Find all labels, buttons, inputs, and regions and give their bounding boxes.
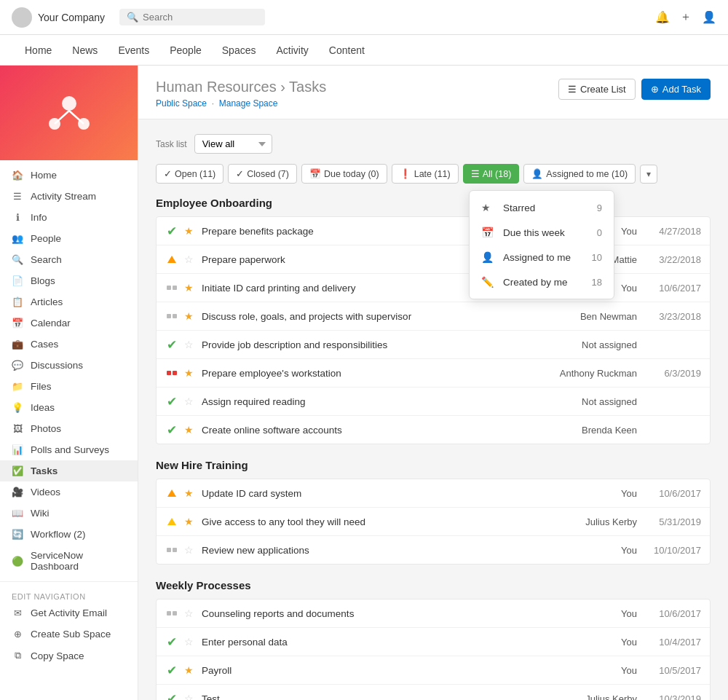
nav-activity[interactable]: Activity: [266, 35, 318, 66]
notifications-icon[interactable]: 🔔: [655, 10, 670, 24]
sidebar-item-videos[interactable]: 🎥 Videos: [0, 481, 138, 503]
email-icon: ✉: [12, 607, 23, 618]
sidebar-item-polls[interactable]: 📊 Polls and Surveys: [0, 439, 138, 460]
dropdown-assigned-me[interactable]: 👤 Assigned to me 10: [470, 245, 614, 270]
sidebar-item-wiki[interactable]: 📖 Wiki: [0, 503, 138, 524]
dropdown-created-me[interactable]: ✏️ Created by me 18: [470, 270, 614, 294]
sidebar-item-photos[interactable]: 🖼 Photos: [0, 418, 138, 439]
sidebar-item-servicenow[interactable]: 🟢 ServiceNow Dashboard: [0, 545, 138, 577]
star-icon[interactable]: ☆: [184, 636, 196, 648]
star-icon[interactable]: ★: [184, 282, 196, 294]
ideas-icon: 💡: [12, 402, 23, 413]
sidebar-item-get-activity-email[interactable]: ✉ Get Activity Email: [0, 602, 138, 624]
star-icon[interactable]: ★: [184, 664, 196, 676]
nav-events[interactable]: Events: [108, 35, 159, 66]
star-icon[interactable]: ☆: [184, 396, 196, 407]
nav-home[interactable]: Home: [15, 35, 62, 66]
sidebar-item-calendar[interactable]: 📅 Calendar: [0, 312, 138, 334]
star-icon[interactable]: ☆: [184, 253, 196, 265]
star-icon[interactable]: ☆: [184, 544, 196, 556]
add-icon[interactable]: ＋: [680, 9, 692, 25]
search-input[interactable]: [143, 12, 245, 23]
articles-icon: 📋: [12, 296, 23, 307]
sidebar-item-people[interactable]: 👥 People: [0, 228, 138, 249]
sidebar-label-home: Home: [31, 170, 57, 181]
task-date: 10/4/2017: [643, 637, 701, 648]
star-icon[interactable]: ★: [184, 424, 196, 436]
sidebar-item-ideas[interactable]: 💡 Ideas: [0, 397, 138, 418]
sidebar-item-workflow[interactable]: 🔄 Workflow (2): [0, 524, 138, 545]
sidebar-label-tasks: Tasks: [31, 465, 58, 476]
status-green-check: ✔: [165, 635, 178, 648]
sidebar-label-videos: Videos: [31, 487, 60, 498]
top-bar-right: 🔔 ＋ 👤: [655, 9, 716, 25]
task-date: 3/22/2018: [643, 254, 701, 265]
public-space-link[interactable]: Public Space: [156, 98, 207, 109]
sidebar-item-home[interactable]: 🏠 Home: [0, 165, 138, 186]
sidebar-label-ideas: Ideas: [31, 402, 55, 413]
dropdown-starred-label: Starred: [503, 202, 535, 213]
filter-late[interactable]: ❗ Late (11): [392, 164, 459, 184]
star-icon[interactable]: ☆: [184, 339, 196, 350]
open-check-icon: ✓: [164, 168, 172, 179]
filter-closed-label: Closed (7): [247, 169, 289, 179]
star-icon[interactable]: ★: [184, 367, 196, 379]
photos-icon: 🖼: [12, 423, 23, 434]
sidebar-item-files[interactable]: 📁 Files: [0, 376, 138, 397]
task-row: ✔ ☆ Enter personal data You 10/4/2017: [157, 628, 710, 656]
sidebar-label-workflow: Workflow (2): [31, 529, 86, 540]
filter-all[interactable]: ☰ All (18): [463, 164, 520, 184]
add-task-button[interactable]: ⊕ Add Task: [641, 79, 711, 100]
filter-dropdown-btn[interactable]: ▾: [640, 165, 657, 184]
sidebar-label-files: Files: [31, 381, 52, 392]
create-list-button[interactable]: ☰ Create List: [558, 79, 636, 100]
manage-space-link[interactable]: Manage Space: [219, 98, 278, 109]
filter-assigned[interactable]: 👤 Assigned to me (10): [523, 164, 636, 184]
sidebar-item-create-subspace[interactable]: ⊕ Create Sub Space: [0, 624, 138, 645]
star-icon[interactable]: ★: [184, 225, 196, 237]
task-name: Prepare employee's workstation: [202, 368, 537, 379]
sidebar-item-blogs[interactable]: 📄 Blogs: [0, 270, 138, 291]
sidebar-label-photos: Photos: [31, 423, 61, 434]
task-assignee: Not assigned: [542, 339, 637, 350]
star-icon[interactable]: ☆: [184, 693, 196, 700]
status-orange-tri: [165, 253, 178, 266]
star-icon[interactable]: ☆: [184, 607, 196, 619]
task-row: ★ Discuss role, goals, and projects with…: [157, 302, 710, 331]
dropdown-starred[interactable]: ★ Starred 9: [470, 195, 614, 220]
sidebar-item-search[interactable]: 🔍 Search: [0, 249, 138, 270]
star-icon[interactable]: ★: [184, 487, 196, 499]
filter-dropdown-menu: ★ Starred 9 📅 Due this week 0 👤 Assigned…: [469, 190, 614, 299]
nav-content[interactable]: Content: [319, 35, 375, 66]
sidebar-item-discussions[interactable]: 💬 Discussions: [0, 355, 138, 376]
sidebar-item-copy-space[interactable]: ⧉ Copy Space: [0, 645, 138, 666]
breadcrumb-arrow: ›: [280, 79, 289, 95]
sidebar-item-info[interactable]: ℹ Info: [0, 207, 138, 228]
task-assignee: Anthony Ruckman: [542, 368, 637, 379]
sidebar-divider: [0, 581, 138, 582]
user-avatar-icon[interactable]: 👤: [702, 10, 716, 24]
dropdown-assigned-me-count: 10: [592, 252, 602, 263]
task-assignee: Julius Kerby: [542, 516, 637, 527]
dropdown-due-week[interactable]: 📅 Due this week 0: [470, 220, 614, 245]
filter-closed[interactable]: ✓ Closed (7): [228, 164, 297, 184]
nav-people[interactable]: People: [159, 35, 212, 66]
nav-spaces[interactable]: Spaces: [212, 35, 266, 66]
task-list-select[interactable]: View all My Tasks Team Tasks: [194, 134, 272, 154]
sidebar-item-cases[interactable]: 💼 Cases: [0, 334, 138, 355]
nav-news[interactable]: News: [62, 35, 108, 66]
filter-open[interactable]: ✓ Open (11): [156, 164, 223, 184]
task-name: Enter personal data: [202, 637, 537, 648]
sidebar-item-tasks[interactable]: ✅ Tasks: [0, 460, 138, 481]
star-icon[interactable]: ★: [184, 516, 196, 527]
wiki-icon: 📖: [12, 508, 23, 519]
tasks-icon: ✅: [12, 465, 23, 476]
star-icon[interactable]: ★: [184, 310, 196, 322]
task-row: ✔ ☆ Test Julius Kerby 10/3/2019: [157, 685, 710, 700]
search-icon: 🔍: [127, 12, 138, 23]
sidebar-item-articles[interactable]: 📋 Articles: [0, 291, 138, 312]
filter-due-today[interactable]: 📅 Due today (0): [301, 164, 387, 184]
sidebar: 🏠 Home ☰ Activity Stream ℹ Info 👥 People…: [0, 66, 138, 700]
search-bar[interactable]: 🔍: [119, 9, 265, 25]
sidebar-item-activity[interactable]: ☰ Activity Stream: [0, 186, 138, 207]
